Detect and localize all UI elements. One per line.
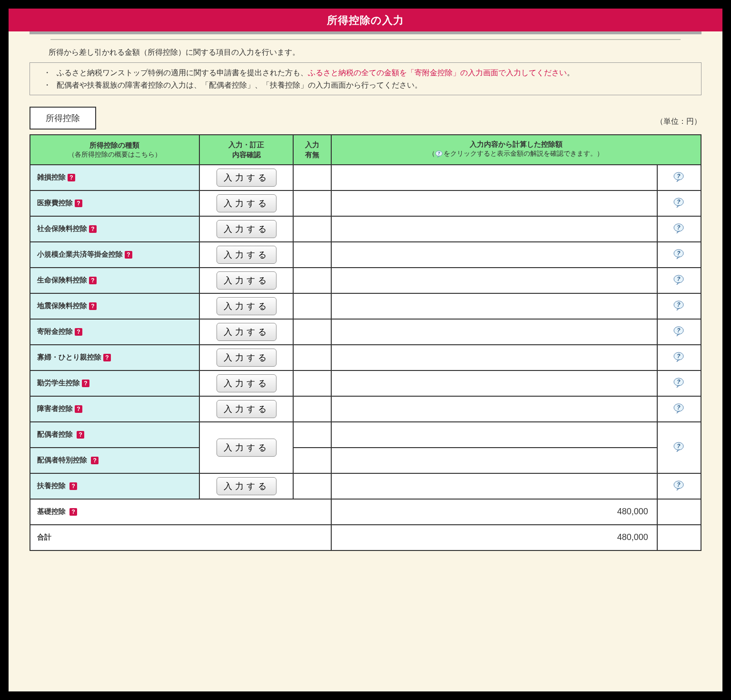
help-icon[interactable]: ? — [673, 480, 685, 490]
row-name-cell: 小規模企業共済等掛金控除? — [30, 242, 199, 268]
help-icon[interactable]: ? — [673, 171, 685, 182]
input-button[interactable]: 入力する — [217, 400, 277, 418]
help-qmark-icon[interactable]: ? — [77, 431, 84, 439]
input-button[interactable]: 入力する — [217, 271, 277, 290]
row-status-cell — [293, 216, 331, 242]
row-spouse-1-name: 配偶者控除 ? — [30, 422, 199, 448]
table-row: 小規模企業共済等掛金控除?入力する? — [30, 242, 701, 268]
help-qmark-icon[interactable]: ? — [68, 174, 75, 181]
row-name-cell: 医療費控除? — [30, 190, 199, 216]
th-type-label: 所得控除の種類 — [89, 141, 139, 149]
row-btn-cell: 入力する — [199, 216, 294, 242]
help-qmark-icon[interactable]: ? — [89, 225, 97, 233]
intro-text: 所得から差し引かれる金額（所得控除）に関する項目の入力を行います。 — [30, 40, 701, 62]
input-button[interactable]: 入力する — [217, 349, 277, 367]
row-name-label: 寡婦・ひとり親控除 — [37, 353, 101, 361]
input-button[interactable]: 入力する — [217, 169, 277, 187]
help-qmark-icon[interactable]: ? — [82, 380, 89, 387]
input-button-dependent[interactable]: 入力する — [217, 477, 277, 495]
row-name-label: 勤労学生控除 — [37, 379, 80, 387]
row-amount-cell — [331, 345, 657, 370]
help-qmark-icon[interactable]: ? — [89, 302, 97, 310]
row-help-cell: ? — [657, 242, 701, 268]
row-help-cell: ? — [657, 216, 701, 242]
row-name-label: 雑損控除 — [37, 173, 66, 181]
th-amount-sub-a: （ — [428, 150, 435, 157]
input-button[interactable]: 入力する — [217, 220, 277, 238]
input-button[interactable]: 入力する — [217, 246, 277, 264]
help-icon[interactable]: ? — [673, 326, 685, 336]
notice-box: ふるさと納税ワンストップ特例の適用に関する申請書を提出された方も、ふるさと納税の… — [30, 62, 701, 95]
notice-line-1c: 。 — [567, 69, 574, 77]
row-basic-name: 基礎控除 ? — [30, 499, 331, 525]
row-amount-cell — [331, 396, 657, 422]
row-btn-cell: 入力する — [199, 345, 294, 370]
help-qmark-icon[interactable]: ? — [75, 328, 82, 336]
row-help-cell: ? — [657, 396, 701, 422]
th-status: 入力 有無 — [293, 135, 331, 165]
section-tab: 所得控除 — [30, 107, 96, 130]
row-name-label: 医療費控除 — [37, 199, 73, 207]
table-row: 地震保険料控除?入力する? — [30, 293, 701, 319]
svg-text:?: ? — [677, 301, 681, 308]
row-name-cell: 勤労学生控除? — [30, 370, 199, 396]
help-icon[interactable]: ? — [673, 300, 685, 310]
help-qmark-icon[interactable]: ? — [125, 251, 132, 259]
input-button-spouse[interactable]: 入力する — [217, 439, 277, 457]
row-spouse-2-name: 配偶者特別控除 ? — [30, 448, 199, 473]
notice-line-2: 配偶者や扶養親族の障害者控除の入力は、「配偶者控除」、「扶養控除」の入力画面から… — [43, 79, 691, 91]
row-total-name: 合計 — [30, 525, 331, 550]
notice-line-1-highlight: ふるさと納税の全ての金額を「寄附金控除」の入力画面で入力してください — [308, 69, 567, 77]
help-icon[interactable]: ? — [673, 249, 685, 259]
help-icon[interactable]: ? — [673, 441, 685, 452]
help-qmark-icon[interactable]: ? — [69, 508, 77, 516]
help-icon: ? — [435, 150, 444, 160]
row-name-cell: 地震保険料控除? — [30, 293, 199, 319]
help-icon[interactable]: ? — [673, 377, 685, 388]
deduction-table: 所得控除の種類 （各所得控除の概要はこちら） 入力・訂正 内容確認 入力 有無 … — [30, 134, 701, 551]
svg-text:?: ? — [677, 276, 681, 282]
svg-text:?: ? — [677, 481, 681, 488]
row-status-cell — [293, 396, 331, 422]
help-icon[interactable]: ? — [673, 403, 685, 413]
row-help-cell: ? — [657, 345, 701, 370]
help-qmark-icon[interactable]: ? — [103, 354, 111, 361]
help-qmark-icon[interactable]: ? — [91, 457, 99, 464]
table-row: 障害者控除?入力する? — [30, 396, 701, 422]
help-icon[interactable]: ? — [673, 274, 685, 285]
row-total-amount: 480,000 — [331, 525, 657, 550]
notice-line-1a: ふるさと納税ワンストップ特例の適用に関する申請書を提出された方も、 — [57, 69, 308, 77]
row-help-cell: ? — [657, 165, 701, 190]
row-spouse-2-amount — [331, 448, 657, 473]
row-btn-cell: 入力する — [199, 319, 294, 345]
help-icon[interactable]: ? — [673, 197, 685, 208]
help-icon[interactable]: ? — [673, 351, 685, 362]
row-name-label: 生命保険料控除 — [37, 276, 87, 284]
row-amount-cell — [331, 165, 657, 190]
row-total-label: 合計 — [37, 533, 51, 541]
title-underline — [30, 31, 701, 34]
row-amount-cell — [331, 293, 657, 319]
row-spouse-help: ? — [657, 422, 701, 473]
row-dependent-name: 扶養控除 ? — [30, 473, 199, 499]
table-row: 医療費控除?入力する? — [30, 190, 701, 216]
row-spouse-1-status — [293, 422, 331, 448]
help-qmark-icon[interactable]: ? — [75, 200, 82, 207]
row-amount-cell — [331, 370, 657, 396]
svg-text:?: ? — [677, 404, 681, 411]
row-btn-cell: 入力する — [199, 268, 294, 293]
input-button[interactable]: 入力する — [217, 297, 277, 315]
row-amount-cell — [331, 190, 657, 216]
input-button[interactable]: 入力する — [217, 194, 277, 212]
help-qmark-icon[interactable]: ? — [75, 405, 82, 413]
row-dependent-help: ? — [657, 473, 701, 499]
row-btn-cell: 入力する — [199, 396, 294, 422]
th-type-sub[interactable]: （各所得控除の概要はこちら） — [33, 150, 196, 160]
input-button[interactable]: 入力する — [217, 323, 277, 341]
help-qmark-icon[interactable]: ? — [89, 277, 97, 284]
table-row: 社会保険料控除?入力する? — [30, 216, 701, 242]
help-qmark-icon[interactable]: ? — [69, 482, 77, 490]
th-amount-label: 入力内容から計算した控除額 — [470, 140, 563, 148]
help-icon[interactable]: ? — [673, 223, 685, 233]
input-button[interactable]: 入力する — [217, 374, 277, 392]
